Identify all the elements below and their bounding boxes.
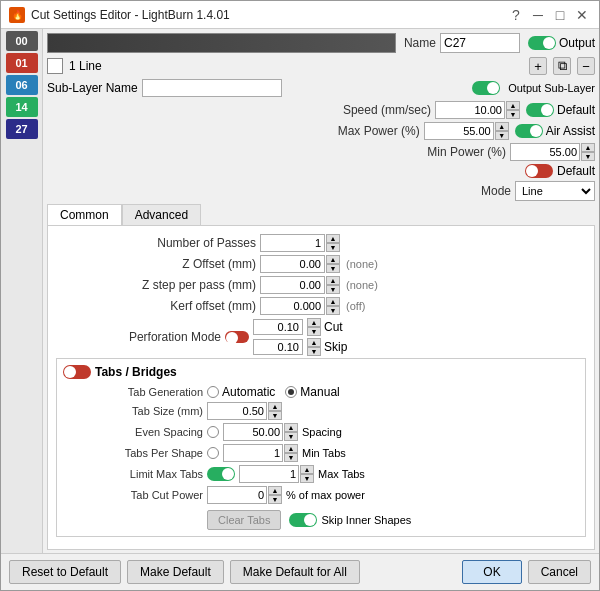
perf-toggle[interactable] — [225, 331, 249, 343]
max-power-up[interactable]: ▲ — [495, 122, 509, 131]
speed-input[interactable] — [435, 101, 505, 119]
speed-default-label: Default — [557, 103, 595, 117]
speed-default-group: Default — [526, 103, 595, 117]
close-button[interactable]: ✕ — [573, 6, 591, 24]
speed-up[interactable]: ▲ — [506, 101, 520, 110]
min-power-input[interactable] — [510, 143, 580, 161]
sidebar-item-00[interactable]: 00 — [6, 31, 38, 51]
copy-layer-button[interactable]: ⧉ — [553, 57, 571, 75]
make-default-all-button[interactable]: Make Default for All — [230, 560, 360, 584]
perf-skip-up[interactable]: ▲ — [307, 338, 321, 347]
kerf-spinbox: ▲ ▼ — [326, 297, 340, 315]
kerf-up[interactable]: ▲ — [326, 297, 340, 306]
limit-max-down[interactable]: ▼ — [300, 474, 314, 483]
tab-cut-power-suffix: % of max power — [286, 489, 365, 501]
z-offset-up[interactable]: ▲ — [326, 255, 340, 264]
tabs-per-shape-input[interactable] — [223, 444, 283, 462]
passes-input[interactable] — [260, 234, 325, 252]
footer: Reset to Default Make Default Make Defau… — [1, 553, 599, 590]
limit-max-toggle[interactable] — [207, 467, 235, 481]
limit-max-input[interactable] — [239, 465, 299, 483]
reset-button[interactable]: Reset to Default — [9, 560, 121, 584]
z-step-up[interactable]: ▲ — [326, 276, 340, 285]
mode-select[interactable]: Line Fill Offset Fill — [515, 181, 595, 201]
speed-down[interactable]: ▼ — [506, 110, 520, 119]
maximize-button[interactable]: □ — [551, 6, 569, 24]
skip-inner-toggle[interactable] — [289, 513, 317, 527]
even-spacing-down[interactable]: ▼ — [284, 432, 298, 441]
help-button[interactable]: ? — [507, 6, 525, 24]
kerf-input[interactable] — [260, 297, 325, 315]
perf-cut-input[interactable] — [253, 319, 303, 335]
perf-cut-up[interactable]: ▲ — [307, 318, 321, 327]
perf-cut-down[interactable]: ▼ — [307, 327, 321, 336]
sidebar-item-27[interactable]: 27 — [6, 119, 38, 139]
clear-tabs-button[interactable]: Clear Tabs — [207, 510, 281, 530]
color-bar — [47, 33, 396, 53]
max-power-label: Max Power (%) — [338, 124, 420, 138]
limit-max-up[interactable]: ▲ — [300, 465, 314, 474]
air-assist-toggle[interactable] — [515, 124, 543, 138]
tab-advanced[interactable]: Advanced — [122, 204, 201, 225]
name-input[interactable] — [440, 33, 520, 53]
max-power-down[interactable]: ▼ — [495, 131, 509, 140]
tab-gen-auto-radio[interactable] — [207, 386, 219, 398]
tab-cut-power-row: Tab Cut Power ▲ ▼ % of max power — [63, 486, 579, 504]
tabs-per-shape-down[interactable]: ▼ — [284, 453, 298, 462]
perf-skip-input[interactable] — [253, 339, 303, 355]
tabs-per-shape-radio[interactable] — [207, 447, 219, 459]
add-layer-button[interactable]: + — [529, 57, 547, 75]
tab-size-up[interactable]: ▲ — [268, 402, 282, 411]
output-toggle[interactable] — [528, 36, 556, 50]
even-spacing-input[interactable] — [223, 423, 283, 441]
tab-bar: Common Advanced — [47, 204, 595, 225]
layer-checkbox[interactable] — [47, 58, 63, 74]
passes-up[interactable]: ▲ — [326, 234, 340, 243]
cut-settings-window: 🔥 Cut Settings Editor - LightBurn 1.4.01… — [0, 0, 600, 591]
sidebar: 00 01 06 14 27 — [1, 29, 43, 553]
sidebar-item-14[interactable]: 14 — [6, 97, 38, 117]
tab-size-down[interactable]: ▼ — [268, 411, 282, 420]
z-step-input[interactable] — [260, 276, 325, 294]
mode-row: Mode Line Fill Offset Fill — [47, 181, 595, 201]
sidebar-item-01[interactable]: 01 — [6, 53, 38, 73]
tab-cut-power-input[interactable] — [207, 486, 267, 504]
sublayer-name-input[interactable] — [142, 79, 282, 97]
sidebar-item-06[interactable]: 06 — [6, 75, 38, 95]
tab-gen-row: Tab Generation Automatic Manual — [63, 385, 579, 399]
layer-row: 1 Line + ⧉ − — [47, 57, 595, 75]
even-spacing-radio[interactable] — [207, 426, 219, 438]
z-offset-spinbox: ▲ ▼ — [326, 255, 340, 273]
ok-button[interactable]: OK — [462, 560, 521, 584]
tab-common[interactable]: Common — [47, 204, 122, 226]
passes-down[interactable]: ▼ — [326, 243, 340, 252]
min-power-up[interactable]: ▲ — [581, 143, 595, 152]
tab-cut-power-up[interactable]: ▲ — [268, 486, 282, 495]
tab-cut-power-down[interactable]: ▼ — [268, 495, 282, 504]
delete-layer-button[interactable]: − — [577, 57, 595, 75]
minimize-button[interactable]: ─ — [529, 6, 547, 24]
min-power-spinbox: ▲ ▼ — [581, 143, 595, 161]
make-default-button[interactable]: Make Default — [127, 560, 224, 584]
tab-gen-manual-radio[interactable] — [285, 386, 297, 398]
main-content: 00 01 06 14 27 Name — [1, 29, 599, 553]
min-power-down[interactable]: ▼ — [581, 152, 595, 161]
tabs-section-toggle[interactable] — [63, 365, 91, 379]
default-toggle[interactable] — [525, 164, 553, 178]
perf-skip-label: Skip — [324, 340, 347, 354]
max-power-input[interactable] — [424, 122, 494, 140]
tabs-per-shape-up[interactable]: ▲ — [284, 444, 298, 453]
perf-skip-down[interactable]: ▼ — [307, 347, 321, 356]
kerf-down[interactable]: ▼ — [326, 306, 340, 315]
app-icon: 🔥 — [9, 7, 25, 23]
speed-default-toggle[interactable] — [526, 103, 554, 117]
z-step-down[interactable]: ▼ — [326, 285, 340, 294]
tab-size-input[interactable] — [207, 402, 267, 420]
z-offset-input[interactable] — [260, 255, 325, 273]
air-assist-group: Air Assist — [515, 124, 595, 138]
cancel-button[interactable]: Cancel — [528, 560, 591, 584]
z-offset-down[interactable]: ▼ — [326, 264, 340, 273]
tab-cut-power-label: Tab Cut Power — [63, 489, 203, 501]
even-spacing-up[interactable]: ▲ — [284, 423, 298, 432]
sublayer-output-toggle[interactable] — [472, 81, 500, 95]
